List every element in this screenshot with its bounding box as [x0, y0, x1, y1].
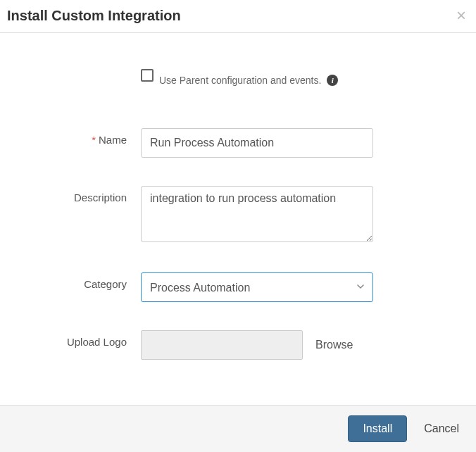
description-textarea[interactable] — [141, 186, 373, 242]
browse-button[interactable]: Browse — [315, 339, 353, 351]
name-row: *Name — [14, 128, 441, 158]
install-button[interactable]: Install — [348, 415, 407, 442]
required-indicator: * — [92, 134, 96, 146]
info-icon[interactable]: i — [327, 75, 338, 86]
category-select[interactable]: Process Automation — [141, 272, 373, 302]
upload-logo-row: Upload Logo Browse — [14, 330, 441, 360]
modal-title: Install Custom Integration — [7, 8, 181, 24]
modal-header: Install Custom Integration × — [0, 0, 476, 33]
description-label: Description — [14, 186, 141, 203]
use-parent-label: Use Parent configuration and events. — [159, 75, 321, 86]
upload-logo-field[interactable] — [141, 330, 303, 360]
upload-logo-label: Upload Logo — [14, 330, 141, 348]
name-input[interactable] — [141, 128, 373, 158]
use-parent-checkbox[interactable] — [141, 69, 154, 82]
category-label: Category — [14, 272, 141, 290]
close-icon[interactable]: × — [456, 7, 466, 24]
cancel-button[interactable]: Cancel — [424, 422, 459, 435]
category-row: Category Process Automation — [14, 272, 441, 302]
modal-body: Use Parent configuration and events. i *… — [0, 33, 476, 402]
name-label: *Name — [14, 128, 141, 146]
description-row: Description — [14, 186, 441, 244]
use-parent-row: Use Parent configuration and events. i — [14, 65, 441, 86]
modal-footer: Install Cancel — [0, 405, 476, 452]
